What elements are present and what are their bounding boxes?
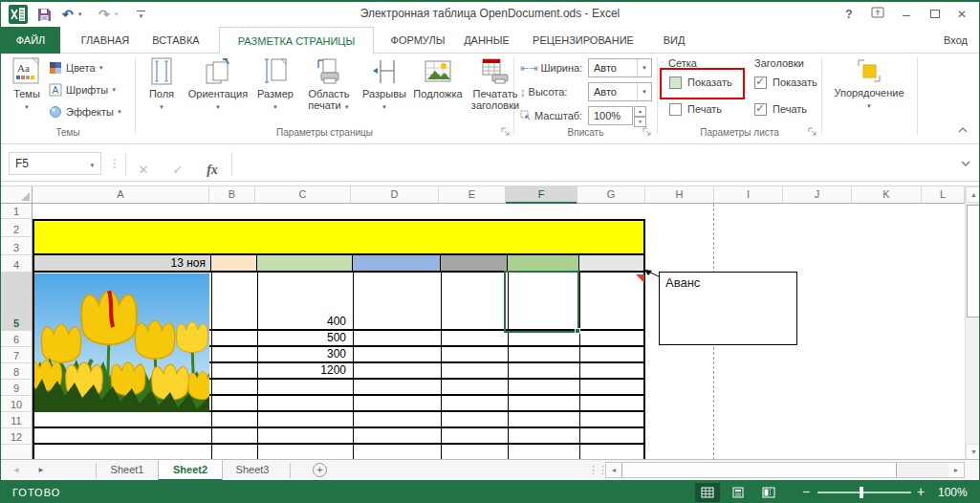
enter-button[interactable]: ✓ [164, 159, 191, 182]
headings-print-label[interactable]: Печать [773, 103, 807, 116]
cell-F4[interactable] [508, 255, 579, 271]
sheet-nav-right-button[interactable]: ► [37, 466, 45, 474]
zoom-out-button[interactable]: − [802, 484, 810, 499]
page-setup-dialog-launcher[interactable] [500, 126, 511, 137]
row-header-6[interactable]: 6 [1, 331, 33, 347]
row-header-8[interactable]: 8 [1, 363, 33, 380]
zoom-level[interactable]: 100% [938, 486, 968, 499]
orientation-button[interactable]: Ориентация ▼ [185, 55, 251, 111]
col-header-J[interactable]: J [783, 186, 852, 204]
col-header-C[interactable]: C [255, 186, 351, 204]
col-header-F[interactable]: F [506, 186, 577, 204]
cell-C7[interactable]: 300 [256, 347, 350, 362]
print-titles-button[interactable]: Печатать заголовки [468, 55, 523, 111]
headings-print-checkbox[interactable]: ✓ [754, 103, 767, 116]
col-header-E[interactable]: E [439, 186, 506, 204]
scroll-down-button[interactable]: ▼ [966, 444, 979, 459]
row-header-5[interactable]: 5 [1, 273, 33, 331]
scale-spinner[interactable]: ▲ ▼ [634, 106, 646, 125]
cell-C8[interactable]: 1200 [256, 363, 350, 379]
tab-view[interactable]: ВИД [656, 27, 692, 54]
height-dropdown-button[interactable]: ▼ [637, 83, 651, 100]
sheet-tab-sheet1[interactable]: Sheet1 [97, 460, 158, 481]
width-dropdown-button[interactable]: ▼ [637, 59, 651, 77]
vertical-scrollbar[interactable]: ▲ ▼ [965, 186, 979, 459]
col-header-H[interactable]: H [645, 186, 714, 204]
col-header-I[interactable]: I [714, 186, 783, 204]
print-area-button[interactable]: Область печати ▼ [299, 55, 359, 111]
col-header-G[interactable]: G [577, 186, 645, 204]
tab-page-layout[interactable]: РАЗМЕТКА СТРАНИЦЫ [219, 27, 374, 55]
select-all-corner[interactable] [1, 186, 33, 204]
row-header-2[interactable]: 2 [1, 219, 33, 237]
fill-handle[interactable] [575, 328, 580, 334]
close-button[interactable]: ✕ [948, 4, 975, 25]
merged-yellow-band[interactable] [33, 219, 645, 255]
tab-file[interactable]: ФАЙЛ [1, 27, 60, 54]
theme-fonts-button[interactable]: A Шрифты ▼ [49, 81, 117, 98]
col-header-B[interactable]: B [209, 186, 255, 204]
sheet-tab-sheet2[interactable]: Sheet2 [158, 460, 223, 481]
view-page-break-button[interactable] [756, 483, 781, 502]
row-header-7[interactable]: 7 [1, 347, 33, 363]
minimize-button[interactable]: – [893, 4, 920, 25]
row-header-11[interactable]: 11 [1, 412, 33, 428]
cell-C5[interactable]: 400 [256, 273, 350, 330]
zoom-in-button[interactable]: + [917, 484, 925, 499]
fit-dialog-launcher[interactable] [642, 126, 652, 137]
row-header-12[interactable]: 12 [1, 428, 33, 445]
height-select[interactable]: Авто ▼ [588, 82, 652, 101]
vertical-scroll-thumb[interactable] [967, 205, 979, 317]
col-header-L[interactable]: L [922, 186, 965, 204]
formula-input[interactable] [234, 152, 950, 175]
headings-show-label[interactable]: Показать [773, 77, 817, 89]
name-box[interactable]: F5 ▼ [9, 152, 101, 175]
sheet-tab-sheet3[interactable]: Sheet3 [223, 460, 282, 481]
collapse-ribbon-button[interactable] [957, 126, 969, 134]
sheet-nav-left-button[interactable]: ◄ [12, 466, 20, 474]
expand-formula-bar-button[interactable] [960, 160, 971, 167]
row-header-3[interactable]: 3 [1, 237, 33, 255]
margins-button[interactable]: Поля ▼ [141, 55, 183, 111]
breaks-button[interactable]: Разрывы ▼ [360, 55, 408, 111]
themes-button[interactable]: Aa Темы ▼ [7, 55, 47, 111]
tab-formulas[interactable]: ФОРМУЛЫ [386, 27, 449, 54]
tulips-image[interactable] [34, 273, 209, 412]
col-header-A[interactable]: A [33, 186, 209, 204]
tab-data[interactable]: ДАННЫЕ [458, 27, 515, 54]
comment-box[interactable]: Аванс [659, 272, 797, 345]
tab-home[interactable]: ГЛАВНАЯ [73, 27, 138, 54]
zoom-slider-handle[interactable] [860, 487, 863, 498]
sign-in-link[interactable]: Вход [944, 27, 968, 54]
cell-B4[interactable] [211, 255, 257, 271]
tab-review[interactable]: РЕЦЕНЗИРОВАНИЕ [528, 27, 639, 54]
name-box-dropdown-button[interactable]: ▼ [84, 157, 100, 170]
tab-scrollbar-splitter[interactable]: ⋮⋮ [588, 464, 607, 476]
cell-D4[interactable] [353, 255, 441, 271]
view-normal-button[interactable] [695, 483, 720, 502]
tab-insert[interactable]: ВСТАВКА [144, 27, 207, 54]
scroll-up-button[interactable]: ▲ [966, 186, 979, 203]
cancel-button[interactable]: ✕ [130, 159, 157, 182]
size-button[interactable]: Размер ▼ [251, 55, 299, 111]
scroll-left-button[interactable]: ◄ [606, 463, 621, 477]
theme-effects-button[interactable]: Эффекты ▼ [49, 103, 122, 120]
spinner-up-icon[interactable]: ▲ [634, 106, 646, 117]
gridlines-print-label[interactable]: Печать [687, 103, 722, 116]
width-select[interactable]: Авто ▼ [588, 58, 652, 77]
cell-C4[interactable] [257, 255, 353, 271]
theme-colors-button[interactable]: Цвета ▼ [49, 59, 104, 77]
horizontal-scrollbar[interactable]: ◄ ► [605, 462, 965, 478]
formula-bar-splitter[interactable]: ⋮ [109, 157, 120, 170]
add-sheet-button[interactable]: + [313, 463, 327, 477]
help-button[interactable]: ? [836, 4, 862, 25]
row-header-10[interactable]: 10 [1, 396, 33, 412]
background-button[interactable]: Подложка [410, 55, 466, 99]
selected-cell-F5[interactable] [504, 271, 579, 333]
horizontal-scroll-thumb[interactable] [621, 463, 897, 477]
gridlines-print-checkbox[interactable]: ✓ [669, 103, 682, 116]
maximize-button[interactable] [922, 4, 948, 25]
col-header-K[interactable]: K [852, 186, 922, 204]
arrange-button[interactable]: Упорядочение ▼ [827, 55, 911, 110]
insert-function-button[interactable]: fx [199, 159, 226, 182]
